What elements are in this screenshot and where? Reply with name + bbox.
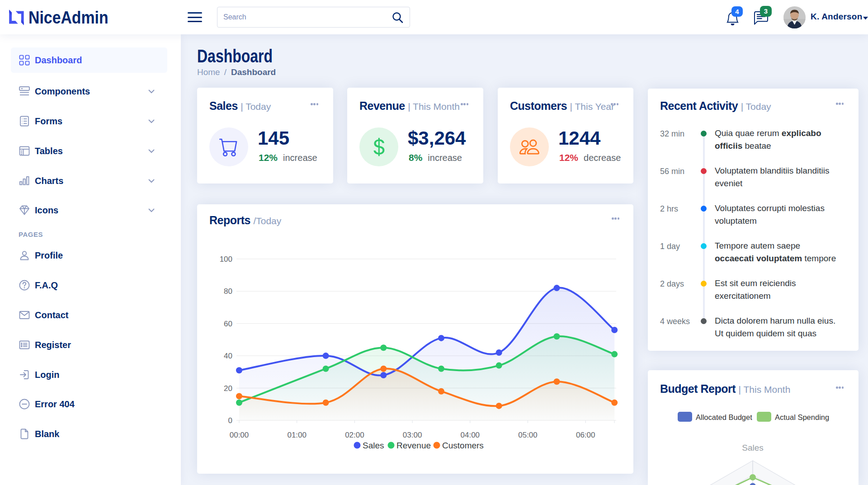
svg-text:80: 80 <box>224 287 232 296</box>
svg-text:Customers: Customers <box>442 441 484 450</box>
svg-text:01:00: 01:00 <box>287 431 307 439</box>
svg-text:Sales: Sales <box>742 443 764 452</box>
svg-text:Allocated Budget: Allocated Budget <box>696 413 752 421</box>
svg-text:Actual Spending: Actual Spending <box>775 413 829 421</box>
svg-text:04:00: 04:00 <box>461 431 480 439</box>
svg-text:20: 20 <box>224 384 232 393</box>
svg-text:02:00: 02:00 <box>345 431 364 439</box>
svg-text:40: 40 <box>224 352 232 360</box>
svg-text:Revenue: Revenue <box>396 441 431 450</box>
svg-text:0: 0 <box>228 416 232 425</box>
svg-text:03:00: 03:00 <box>403 431 422 439</box>
svg-text:00:00: 00:00 <box>230 431 249 439</box>
svg-text:Sales: Sales <box>363 441 384 450</box>
svg-text:100: 100 <box>220 255 232 264</box>
svg-text:60: 60 <box>224 320 232 328</box>
svg-text:05:00: 05:00 <box>518 431 538 439</box>
svg-text:06:00: 06:00 <box>576 431 595 439</box>
